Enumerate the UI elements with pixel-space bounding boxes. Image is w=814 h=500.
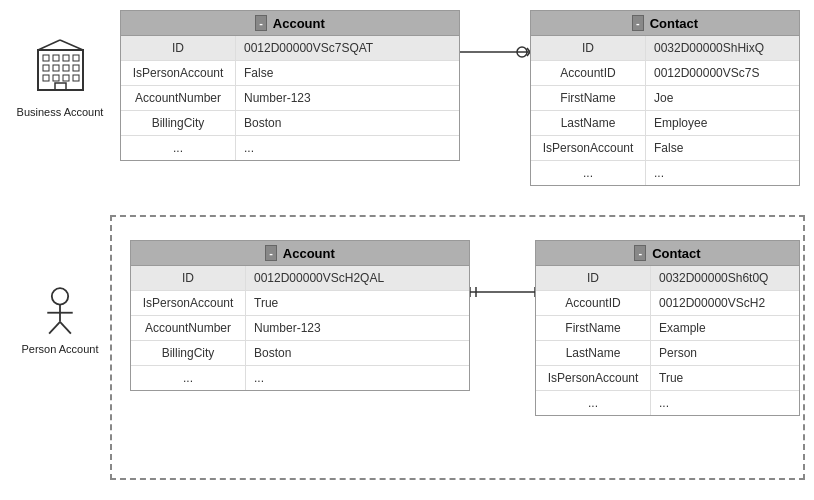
svg-rect-19 [73, 65, 79, 71]
field-label: FirstName [531, 86, 646, 110]
field-value: Boston [236, 111, 366, 135]
table-row: IsPersonAccount False [531, 136, 799, 161]
field-value: True [651, 366, 781, 390]
contact-table-bottom-body: ID 0032D00000Sh6t0Q AccountID 0012D00000… [536, 265, 799, 415]
svg-rect-21 [53, 75, 59, 81]
account-bottom-collapse-btn[interactable]: - [265, 245, 277, 261]
account-table-bottom-header: - Account [131, 241, 469, 265]
table-row: AccountID 0012D00000VSc7S [531, 61, 799, 86]
svg-rect-15 [73, 55, 79, 61]
account-table-bottom-body: ID 0012D00000VScH2QAL IsPersonAccount Tr… [131, 265, 469, 390]
field-value: ... [236, 136, 366, 160]
field-label: FirstName [536, 316, 651, 340]
table-row: ... ... [131, 366, 469, 390]
person-icon [20, 285, 100, 338]
table-row: IsPersonAccount True [131, 291, 469, 316]
table-row: IsPersonAccount False [121, 61, 459, 86]
field-value: ... [651, 391, 781, 415]
field-value: 0032D00000ShHixQ [646, 36, 776, 60]
field-label: BillingCity [121, 111, 236, 135]
field-label: ID [131, 266, 246, 290]
account-table-top-title: Account [273, 16, 325, 31]
field-label: ... [536, 391, 651, 415]
table-row: BillingCity Boston [131, 341, 469, 366]
contact-table-top-body: ID 0032D00000ShHixQ AccountID 0012D00000… [531, 35, 799, 185]
svg-rect-20 [43, 75, 49, 81]
svg-rect-22 [63, 75, 69, 81]
table-row: ... ... [121, 136, 459, 160]
contact-bottom-collapse-btn[interactable]: - [634, 245, 646, 261]
field-label: BillingCity [131, 341, 246, 365]
svg-line-28 [49, 322, 60, 334]
svg-rect-18 [63, 65, 69, 71]
field-label: AccountID [536, 291, 651, 315]
field-value: Number-123 [236, 86, 366, 110]
field-value: Number-123 [246, 316, 376, 340]
contact-table-top: - Contact ID 0032D00000ShHixQ AccountID … [530, 10, 800, 186]
field-label: ID [531, 36, 646, 60]
table-row: ... ... [536, 391, 799, 415]
account-table-top: - Account ID 0012D00000VSc7SQAT IsPerson… [120, 10, 460, 161]
field-label: ID [121, 36, 236, 60]
svg-rect-16 [43, 65, 49, 71]
account-table-bottom: - Account ID 0012D00000VScH2QAL IsPerson… [130, 240, 470, 391]
field-label: IsPersonAccount [121, 61, 236, 85]
field-label: AccountNumber [121, 86, 236, 110]
building-icon [33, 35, 88, 101]
contact-table-bottom-title: Contact [652, 246, 700, 261]
field-label: ... [121, 136, 236, 160]
contact-table-top-title: Contact [650, 16, 698, 31]
table-row: IsPersonAccount True [536, 366, 799, 391]
field-label: IsPersonAccount [536, 366, 651, 390]
field-label: IsPersonAccount [131, 291, 246, 315]
field-value: ... [246, 366, 376, 390]
field-value: True [246, 291, 376, 315]
table-row: ID 0032D00000Sh6t0Q [536, 266, 799, 291]
account-table-top-body: ID 0012D00000VSc7SQAT IsPersonAccount Fa… [121, 35, 459, 160]
field-label: ID [536, 266, 651, 290]
field-value: False [646, 136, 776, 160]
table-row: LastName Employee [531, 111, 799, 136]
field-value: False [236, 61, 366, 85]
table-row: FirstName Example [536, 316, 799, 341]
field-value: Employee [646, 111, 776, 135]
field-label: AccountNumber [131, 316, 246, 340]
svg-point-25 [52, 288, 68, 304]
table-row: AccountNumber Number-123 [121, 86, 459, 111]
contact-table-top-header: - Contact [531, 11, 799, 35]
field-value: 0012D00000VScH2 [651, 291, 781, 315]
diagram-area: Business Account Person Account - Accoun… [0, 0, 814, 500]
field-label: ... [531, 161, 646, 185]
svg-point-1 [517, 47, 527, 57]
field-value: 0012D00000VSc7SQAT [236, 36, 381, 60]
person-account-icon-group: Person Account [20, 285, 100, 356]
table-row: AccountNumber Number-123 [131, 316, 469, 341]
account-top-collapse-btn[interactable]: - [255, 15, 267, 31]
field-label: LastName [531, 111, 646, 135]
account-table-bottom-title: Account [283, 246, 335, 261]
table-row: AccountID 0012D00000VScH2 [536, 291, 799, 316]
business-account-icon-group: Business Account [15, 35, 105, 119]
svg-rect-23 [73, 75, 79, 81]
table-row: ID 0032D00000ShHixQ [531, 36, 799, 61]
table-row: ID 0012D00000VSc7SQAT [121, 36, 459, 61]
person-account-label: Person Account [20, 342, 100, 356]
field-value: Joe [646, 86, 776, 110]
table-row: ID 0012D00000VScH2QAL [131, 266, 469, 291]
contact-table-bottom: - Contact ID 0032D00000Sh6t0Q AccountID … [535, 240, 800, 416]
svg-line-29 [60, 322, 71, 334]
account-table-top-header: - Account [121, 11, 459, 35]
field-value: Boston [246, 341, 376, 365]
svg-line-11 [60, 40, 83, 50]
svg-rect-13 [53, 55, 59, 61]
field-label: IsPersonAccount [531, 136, 646, 160]
contact-top-collapse-btn[interactable]: - [632, 15, 644, 31]
field-value: 0032D00000Sh6t0Q [651, 266, 781, 290]
contact-table-bottom-header: - Contact [536, 241, 799, 265]
field-label: LastName [536, 341, 651, 365]
table-row: BillingCity Boston [121, 111, 459, 136]
field-value: ... [646, 161, 776, 185]
field-value: 0012D00000VScH2QAL [246, 266, 392, 290]
svg-line-10 [38, 40, 60, 50]
svg-rect-24 [55, 83, 66, 90]
